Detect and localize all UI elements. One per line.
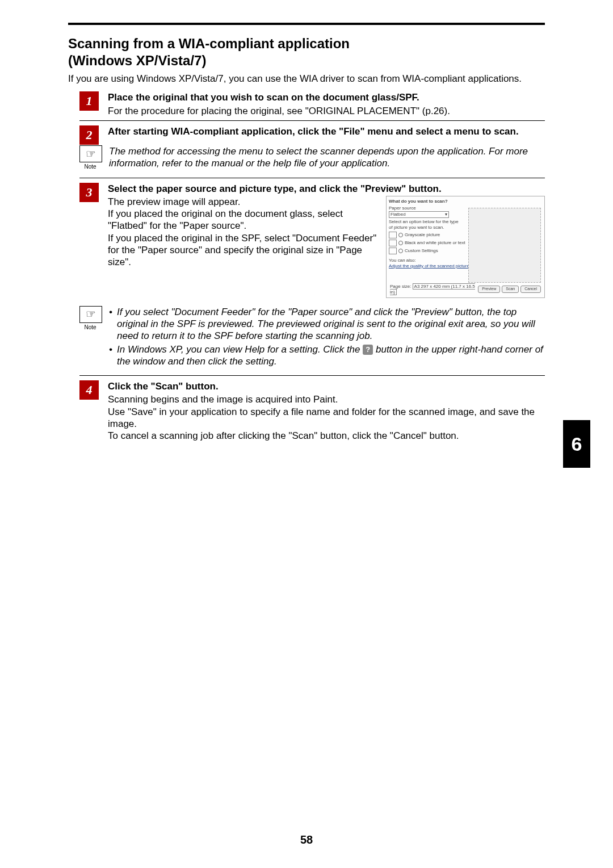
- radio-icon: [398, 249, 403, 253]
- paper-source-select[interactable]: Flatbed ▾: [389, 211, 449, 218]
- step-4-number: 4: [79, 380, 99, 400]
- divider: [79, 178, 545, 178]
- step-4-body: Scanning begins and the image is acquire…: [108, 393, 545, 442]
- preview-pane: [468, 208, 541, 283]
- note-hand-icon: ☞: [79, 145, 102, 162]
- step-4: 4 Click the "Scan" button. Scanning begi…: [68, 380, 545, 442]
- divider: [79, 120, 545, 121]
- note-hand-icon: ☞: [79, 306, 102, 323]
- paper-source-value: Flatbed: [391, 212, 406, 217]
- note-1-text: The method for accessing the menu to sel…: [109, 145, 545, 170]
- divider: [79, 375, 545, 376]
- note-2-bullet-2: In Windows XP, you can view Help for a s…: [109, 343, 545, 368]
- step-1-body: For the procedure for placing the origin…: [108, 105, 545, 117]
- opt2-label: Black and white picture or text: [405, 240, 465, 246]
- top-rule: [68, 23, 545, 25]
- step-2-number: 2: [79, 125, 99, 145]
- opt1-label: Grayscale picture: [405, 232, 440, 238]
- step-4-body-3: To cancel a scanning job after clicking …: [108, 430, 545, 442]
- section-title-line1: Scanning from a WIA-compliant applicatio…: [68, 36, 350, 51]
- section-title: Scanning from a WIA-compliant applicatio…: [68, 35, 545, 69]
- chevron-down-icon: ▾: [445, 212, 447, 217]
- step-1: 1 Place the original that you wish to sc…: [68, 91, 545, 117]
- help-icon[interactable]: ?: [363, 345, 373, 355]
- step-2-title: After starting WIA-compliant application…: [108, 125, 545, 137]
- grayscale-swatch-icon: [389, 232, 397, 238]
- step-4-title: Click the "Scan" button.: [108, 380, 545, 392]
- section-title-line2: (Windows XP/Vista/7): [68, 53, 206, 68]
- page-size-label: Page size:: [390, 284, 411, 289]
- step-3-body-3: If you placed the original in the SPF, s…: [108, 232, 378, 269]
- radio-icon: [398, 233, 403, 237]
- step-4-body-2: Use "Save" in your application to specif…: [108, 406, 545, 430]
- radio-icon: [398, 241, 403, 245]
- step-3-title: Select the paper source and picture type…: [108, 183, 545, 195]
- chapter-tab: 6: [563, 420, 590, 468]
- note-label: Note: [79, 163, 101, 171]
- step-4-body-1: Scanning begins and the image is acquire…: [108, 393, 545, 405]
- note-icon-box: ☞ Note: [79, 145, 101, 171]
- bw-swatch-icon: [389, 240, 397, 246]
- intro-text: If you are using Windows XP/Vista/7, you…: [68, 73, 545, 85]
- step-3-number: 3: [79, 183, 99, 202]
- note-label: Note: [79, 324, 101, 332]
- dialog-options-hint: Select an option below for the type of p…: [389, 219, 463, 230]
- step-1-number: 1: [79, 91, 99, 111]
- step-3-body-2: If you placed the original on the docume…: [108, 208, 378, 232]
- dialog-heading: What do you want to scan?: [389, 199, 542, 204]
- note-1: ☞ Note The method for accessing the menu…: [79, 145, 545, 170]
- scan-button[interactable]: Scan: [502, 286, 519, 293]
- step-1-title: Place the original that you wish to scan…: [108, 91, 545, 103]
- custom-swatch-icon: [389, 248, 397, 254]
- step-3-body-1: The preview image will appear.: [108, 196, 378, 208]
- step-3-body: The preview image will appear. If you pl…: [108, 196, 378, 298]
- note-2-b2a: In Windows XP, you can view Help for a s…: [117, 344, 363, 355]
- note-icon-box: ☞ Note: [79, 306, 101, 332]
- page-number: 58: [45, 833, 568, 847]
- opt3-label: Custom Settings: [405, 248, 438, 254]
- note-2-bullet-1: If you select "Document Feeder" for the …: [109, 306, 545, 342]
- wia-dialog-thumbnail: What do you want to scan? Paper source F…: [386, 196, 545, 298]
- step-2: 2 After starting WIA-compliant applicati…: [68, 125, 545, 137]
- preview-button[interactable]: Preview: [478, 286, 500, 293]
- cancel-button[interactable]: Cancel: [520, 286, 541, 293]
- note-2: ☞ Note If you select "Document Feeder" f…: [79, 306, 545, 367]
- step-3: 3 Select the paper source and picture ty…: [68, 183, 545, 298]
